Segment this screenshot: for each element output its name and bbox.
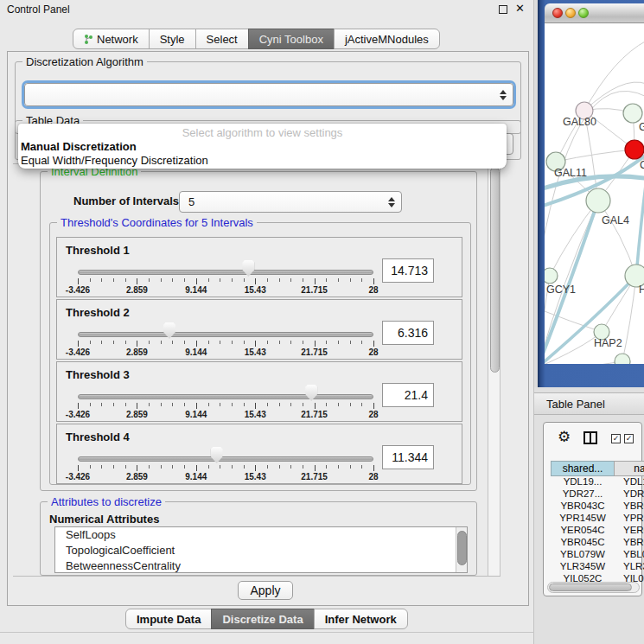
settings-panel: Discretization Algorithm Table Data galF… (7, 51, 529, 606)
tick-label: 28 (368, 410, 378, 419)
edge[interactable] (550, 201, 598, 276)
tick-mark (267, 341, 268, 344)
tick-mark (113, 403, 114, 406)
threshold-value-field[interactable]: 11.344 (382, 445, 434, 469)
gcy1-node[interactable] (545, 268, 558, 284)
table-hscrollbar[interactable] (547, 582, 640, 593)
table-row[interactable]: YLR345WYLR34 (551, 561, 644, 573)
split-columns-icon[interactable] (583, 431, 597, 444)
dropdown-hint-item[interactable]: Select algorithm to view settings (18, 126, 507, 139)
tick-mark (101, 278, 102, 282)
tick-mark (196, 465, 197, 471)
bottom-tab-discretize-data[interactable]: Discretize Data (211, 609, 314, 629)
settings-scrollbar[interactable] (488, 164, 501, 576)
tab-label: Style (160, 33, 185, 46)
checkbox-icon[interactable]: ✓ (611, 434, 621, 443)
highlighted-edge[interactable] (636, 153, 644, 276)
minimize-traffic-light-icon[interactable] (565, 8, 576, 18)
float-window-icon[interactable] (499, 5, 507, 14)
threshold-value-field[interactable]: 14.713 (382, 258, 434, 283)
number-of-intervals-combobox[interactable]: 5 (179, 191, 402, 213)
tick-mark (101, 341, 102, 344)
tick-label: 2.859 (126, 285, 148, 295)
tick-mark (172, 403, 173, 406)
tick-mark (78, 278, 79, 284)
node-label-gal11: GAL11 (554, 167, 587, 179)
dropdown-option-manual[interactable]: Manual Discretization (21, 140, 137, 153)
algorithm-dropdown-popup: Select algorithm to view settings Manual… (18, 124, 507, 169)
close-icon[interactable]: ✕ (515, 2, 525, 15)
network-window-titlebar[interactable] (545, 3, 644, 23)
zoom-traffic-light-icon[interactable] (578, 8, 589, 18)
edge[interactable] (598, 201, 636, 276)
edge-node[interactable] (615, 354, 630, 364)
threshold-slider-track[interactable] (78, 394, 373, 399)
tick-mark (184, 465, 185, 469)
attribute-item[interactable]: SelfLoops (55, 527, 467, 543)
checkbox-icon[interactable]: ✓ (624, 434, 634, 443)
settings-scrollbar-thumb[interactable] (490, 167, 500, 373)
table-row[interactable]: YER054CYER05 (551, 525, 644, 537)
edge[interactable] (545, 361, 622, 364)
table-hscrollbar-thumb[interactable] (549, 583, 632, 591)
table-row[interactable]: YPR145WYPR14 (551, 513, 644, 525)
tick-mark (315, 465, 316, 471)
tick-mark (90, 403, 91, 406)
slider-ticks (78, 278, 373, 285)
tick-mark (196, 341, 197, 347)
table-row[interactable]: YBR043CYBR04 (551, 501, 644, 513)
table-row[interactable]: YDR27...YDR27 (551, 488, 644, 501)
threshold-value-field[interactable]: 6.316 (382, 321, 434, 345)
close-traffic-light-icon[interactable] (552, 8, 563, 18)
table-row[interactable]: YDL19...YDL19 (551, 476, 644, 488)
apply-button[interactable]: Apply (238, 581, 293, 600)
tick-mark (290, 465, 291, 469)
threshold-box-4: Threshold 4-3.4262.8599.14415.4321.71528… (56, 424, 462, 484)
gear-icon[interactable]: ⚙ (558, 428, 571, 446)
tick-mark (220, 403, 220, 406)
tick-mark (196, 278, 197, 284)
bottom-divider (0, 632, 534, 633)
threshold-slider-track[interactable] (78, 332, 373, 337)
tick-label: 21.715 (301, 348, 328, 357)
attributes-scrollbar[interactable] (456, 527, 467, 572)
edge[interactable] (584, 41, 644, 111)
attribute-item[interactable]: TopologicalCoefficient (55, 543, 467, 558)
tick-mark (90, 465, 91, 469)
table-row[interactable]: YBL079WYBL07 (551, 549, 644, 561)
tick-mark (338, 341, 339, 344)
attributes-scrollbar-thumb[interactable] (457, 531, 467, 565)
network-canvas[interactable]: GAL80GCGAL11GAL4GCY1HHAP2 (545, 23, 644, 364)
table-row[interactable]: YBR045CYBR04 (551, 537, 644, 549)
tick-mark (303, 403, 303, 406)
gal8-node[interactable] (623, 104, 642, 123)
numerical-attributes-list[interactable]: SelfLoopsTopologicalCoefficientBetweenne… (54, 526, 468, 573)
tick-mark (78, 465, 79, 471)
column-header-name[interactable]: na (614, 461, 644, 476)
tab-jactivemnodules[interactable]: jActiveMNodules (334, 29, 440, 49)
tab-network[interactable]: Network (73, 29, 150, 49)
dropdown-option-equal-width[interactable]: Equal Width/Frequency Discretization (21, 154, 208, 167)
node-label-gal4: GAL4 (602, 214, 629, 226)
tab-label: Select (207, 33, 238, 46)
tab-cyni-toolbox[interactable]: Cyni Toolbox (248, 29, 335, 49)
tick-mark (184, 403, 185, 406)
control-panel-title: Control Panel (7, 3, 70, 16)
algorithm-combobox[interactable] (24, 83, 513, 106)
gal4-node[interactable] (586, 188, 610, 213)
attribute-item[interactable]: BetweennessCentrality (55, 558, 467, 573)
bottom-tab-impute-data[interactable]: Impute Data (125, 609, 212, 629)
threshold-slider-track[interactable] (78, 270, 373, 275)
slider-tick-labels: -3.4262.8599.14415.4321.71528 (78, 348, 373, 358)
column-header-shared[interactable]: shared... (551, 461, 615, 476)
red-node[interactable] (625, 140, 644, 159)
threshold-slider-track[interactable] (78, 456, 373, 462)
bottom-tab-infer-network[interactable]: Infer Network (314, 609, 408, 629)
node-label-gal80: GAL80 (563, 116, 596, 128)
network-graph: GAL80GCGAL11GAL4GCY1HHAP2 (545, 23, 644, 364)
network-view-window: GAL80GCGAL11GAL4GCY1HHAP2 (538, 0, 644, 387)
tick-label: 21.715 (301, 285, 328, 295)
tab-select[interactable]: Select (195, 29, 249, 49)
threshold-value-field[interactable]: 21.4 (382, 383, 434, 407)
tab-style[interactable]: Style (149, 29, 196, 49)
